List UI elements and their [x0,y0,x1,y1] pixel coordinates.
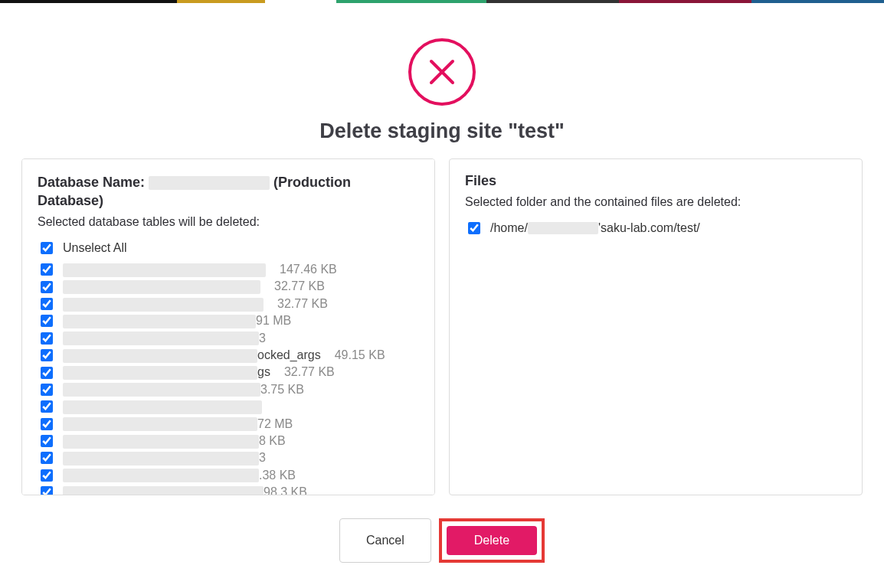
delete-staging-dialog: Delete staging site "test" Database Name… [0,3,884,588]
redacted-table-name [63,469,259,482]
table-name-visible-part: 8 KB [259,434,286,447]
database-sub-label: Selected database tables will be deleted… [38,215,419,229]
table-checkbox[interactable] [41,486,53,495]
table-row: 3 [38,330,419,347]
table-row [38,398,419,415]
table-row: ocked_args49.15 KB [38,347,419,364]
table-name: 3 [63,449,266,466]
table-size: 32.77 KB [277,296,328,312]
table-name: 3 [63,330,266,347]
table-name [63,398,262,415]
redacted-table-name [63,435,259,449]
table-name: 98.3 KB [63,484,307,495]
table-checkbox[interactable] [41,332,53,345]
file-checkbox[interactable] [468,222,480,234]
table-checkbox[interactable] [41,315,53,327]
table-name-visible-part: ocked_args [257,348,321,361]
table-row: 147.46 KB [38,261,419,278]
file-path-prefix: /home/ [490,221,528,235]
table-row: 3 [38,449,419,466]
table-checkbox[interactable] [41,452,53,464]
redacted-table-name [63,349,257,363]
table-checkbox[interactable] [41,298,53,310]
redacted-table-name [63,383,260,397]
unselect-all-label: Unselect All [63,240,127,256]
table-row: 32.77 KB [38,278,419,295]
table-name-visible-part: 98.3 KB [264,485,307,495]
table-checkbox[interactable] [41,367,53,379]
file-path-suffix: 'saku-lab.com/test/ [598,221,700,235]
table-checkbox[interactable] [41,400,53,413]
dialog-title: Delete staging site "test" [21,119,863,143]
table-checkbox[interactable] [41,435,53,447]
database-name-header: Database Name: (Production Database) [38,173,419,211]
table-name-visible-part: .38 KB [259,469,296,482]
table-checkbox[interactable] [41,384,53,396]
redacted-table-name [63,315,256,328]
table-size: 32.77 KB [274,278,325,295]
database-panel[interactable]: Database Name: (Production Database) Sel… [21,158,435,495]
table-checkbox[interactable] [41,281,53,293]
redacted-table-name [63,400,262,414]
table-name: 8 KB [63,433,286,449]
table-checkbox[interactable] [41,349,53,361]
table-row: 98.3 KB [38,484,419,495]
table-row: 32.77 KB [38,296,419,312]
file-row: /home/ 'saku-lab.com/test/ [465,220,846,237]
database-table-list: Unselect All 147.46 KB32.77 KB32.77 KB91… [38,240,419,495]
files-panel: Files Selected folder and the contained … [449,158,863,495]
table-name [63,261,266,278]
delete-button-highlight: Delete [439,518,545,563]
table-name: 3.75 KB [63,381,304,398]
table-name-visible-part: gs [257,365,270,378]
table-row: 72 MB [38,416,419,433]
unselect-all-checkbox[interactable] [41,242,53,254]
table-checkbox[interactable] [41,263,53,276]
table-name-visible-part: 3.75 KB [260,383,304,396]
table-checkbox[interactable] [41,469,53,482]
redacted-table-name [63,366,257,380]
database-name-label: Database Name: [38,175,145,190]
redacted-table-name [63,332,259,345]
table-row: .38 KB [38,467,419,484]
files-sub-label: Selected folder and the contained files … [465,195,846,209]
redacted-table-name [63,298,264,312]
table-name-visible-part: 72 MB [257,417,293,430]
table-name: .38 KB [63,467,296,484]
redacted-path-segment [528,222,598,234]
redacted-db-name [149,176,270,190]
table-row: 3.75 KB [38,381,419,398]
table-size: 147.46 KB [280,261,337,278]
table-name-visible-part: 3 [259,451,266,464]
table-name [63,278,260,295]
cancel-button[interactable]: Cancel [339,518,431,563]
redacted-table-name [63,486,264,495]
table-row: 91 MB [38,312,419,329]
file-path: /home/ 'saku-lab.com/test/ [490,221,700,235]
unselect-all-row: Unselect All [38,240,419,256]
dialog-actions: Cancel Delete [21,518,863,563]
table-name-visible-part: 91 MB [256,314,291,327]
redacted-table-name [63,280,260,294]
redacted-table-name [63,417,257,431]
table-size: 49.15 KB [335,347,385,364]
files-title: Files [465,173,846,189]
redacted-table-name [63,452,259,466]
table-checkbox[interactable] [41,418,53,430]
table-row: gs32.77 KB [38,364,419,381]
table-row: 8 KB [38,433,419,449]
table-name: ocked_args [63,347,321,364]
x-circle-icon [408,38,476,106]
table-name-visible-part: 3 [259,332,266,345]
redacted-table-name [63,263,266,277]
table-name: 72 MB [63,416,293,433]
table-name [63,296,264,312]
table-name: 91 MB [63,312,291,329]
table-name: gs [63,364,270,381]
error-icon-wrap [21,38,863,106]
delete-button[interactable]: Delete [447,526,537,555]
table-size: 32.77 KB [284,364,335,381]
